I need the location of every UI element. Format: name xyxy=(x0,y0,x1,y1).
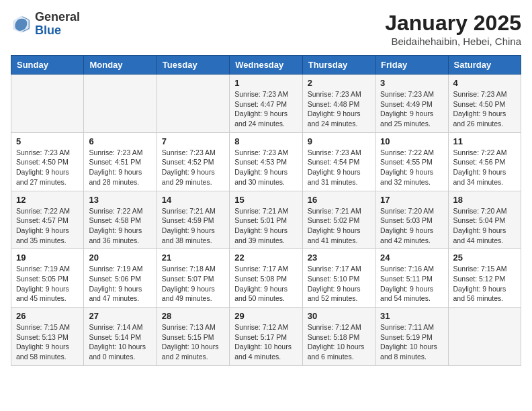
day-number: 10 xyxy=(380,136,443,146)
week-row-2: 5Sunrise: 7:23 AM Sunset: 4:50 PM Daylig… xyxy=(11,132,521,191)
calendar-cell: 14Sunrise: 7:21 AM Sunset: 4:59 PM Dayli… xyxy=(157,191,229,249)
calendar-cell: 16Sunrise: 7:21 AM Sunset: 5:02 PM Dayli… xyxy=(302,191,375,249)
day-number: 3 xyxy=(380,78,443,88)
weekday-header-sunday: Sunday xyxy=(11,56,84,75)
day-info: Sunrise: 7:19 AM Sunset: 5:06 PM Dayligh… xyxy=(89,264,151,304)
calendar-cell: 20Sunrise: 7:19 AM Sunset: 5:06 PM Dayli… xyxy=(84,249,157,308)
day-info: Sunrise: 7:21 AM Sunset: 5:02 PM Dayligh… xyxy=(308,206,370,246)
calendar-cell: 28Sunrise: 7:13 AM Sunset: 5:15 PM Dayli… xyxy=(157,308,229,366)
calendar-cell: 18Sunrise: 7:20 AM Sunset: 5:04 PM Dayli… xyxy=(448,191,521,249)
day-number: 21 xyxy=(162,253,224,263)
day-info: Sunrise: 7:23 AM Sunset: 4:54 PM Dayligh… xyxy=(308,148,370,187)
day-number: 5 xyxy=(16,136,79,146)
calendar-cell: 25Sunrise: 7:15 AM Sunset: 5:12 PM Dayli… xyxy=(448,249,521,308)
day-info: Sunrise: 7:23 AM Sunset: 4:51 PM Dayligh… xyxy=(89,148,151,187)
day-number: 26 xyxy=(16,311,79,321)
calendar-cell: 21Sunrise: 7:18 AM Sunset: 5:07 PM Dayli… xyxy=(157,249,229,308)
day-info: Sunrise: 7:15 AM Sunset: 5:12 PM Dayligh… xyxy=(453,264,516,304)
day-number: 4 xyxy=(453,78,516,88)
calendar-cell xyxy=(11,75,84,133)
day-number: 1 xyxy=(234,78,297,88)
calendar-cell: 26Sunrise: 7:15 AM Sunset: 5:13 PM Dayli… xyxy=(11,308,84,366)
calendar-cell xyxy=(84,75,157,133)
day-info: Sunrise: 7:23 AM Sunset: 4:50 PM Dayligh… xyxy=(16,148,79,187)
day-number: 16 xyxy=(308,195,370,205)
week-row-5: 26Sunrise: 7:15 AM Sunset: 5:13 PM Dayli… xyxy=(11,308,521,366)
location: Beidaihehaibin, Hebei, China xyxy=(385,36,521,47)
day-info: Sunrise: 7:18 AM Sunset: 5:07 PM Dayligh… xyxy=(162,264,224,304)
day-info: Sunrise: 7:19 AM Sunset: 5:05 PM Dayligh… xyxy=(16,264,79,304)
day-info: Sunrise: 7:23 AM Sunset: 4:50 PM Dayligh… xyxy=(453,89,516,129)
calendar-cell: 31Sunrise: 7:11 AM Sunset: 5:19 PM Dayli… xyxy=(375,308,448,366)
calendar-cell: 27Sunrise: 7:14 AM Sunset: 5:14 PM Dayli… xyxy=(84,308,157,366)
weekday-header-saturday: Saturday xyxy=(448,56,521,75)
day-info: Sunrise: 7:23 AM Sunset: 4:52 PM Dayligh… xyxy=(162,148,224,187)
day-info: Sunrise: 7:11 AM Sunset: 5:19 PM Dayligh… xyxy=(380,322,443,362)
calendar-cell: 17Sunrise: 7:20 AM Sunset: 5:03 PM Dayli… xyxy=(375,191,448,249)
title-block: January 2025 Beidaihehaibin, Hebei, Chin… xyxy=(385,11,521,47)
weekday-header-row: SundayMondayTuesdayWednesdayThursdayFrid… xyxy=(11,56,521,75)
day-info: Sunrise: 7:23 AM Sunset: 4:49 PM Dayligh… xyxy=(380,89,443,129)
calendar-cell: 2Sunrise: 7:23 AM Sunset: 4:48 PM Daylig… xyxy=(302,75,375,133)
calendar-cell: 11Sunrise: 7:22 AM Sunset: 4:56 PM Dayli… xyxy=(448,132,521,191)
day-info: Sunrise: 7:17 AM Sunset: 5:10 PM Dayligh… xyxy=(308,264,370,304)
day-info: Sunrise: 7:21 AM Sunset: 4:59 PM Dayligh… xyxy=(162,206,224,246)
day-number: 19 xyxy=(16,253,79,263)
calendar-cell: 10Sunrise: 7:22 AM Sunset: 4:55 PM Dayli… xyxy=(375,132,448,191)
calendar-cell: 22Sunrise: 7:17 AM Sunset: 5:08 PM Dayli… xyxy=(230,249,302,308)
weekday-header-friday: Friday xyxy=(375,56,448,75)
calendar-cell: 15Sunrise: 7:21 AM Sunset: 5:01 PM Dayli… xyxy=(230,191,302,249)
day-number: 8 xyxy=(234,136,297,146)
day-info: Sunrise: 7:22 AM Sunset: 4:58 PM Dayligh… xyxy=(89,206,151,246)
calendar-cell: 13Sunrise: 7:22 AM Sunset: 4:58 PM Dayli… xyxy=(84,191,157,249)
day-info: Sunrise: 7:14 AM Sunset: 5:14 PM Dayligh… xyxy=(89,322,151,362)
day-info: Sunrise: 7:20 AM Sunset: 5:03 PM Dayligh… xyxy=(380,206,443,246)
calendar-cell: 5Sunrise: 7:23 AM Sunset: 4:50 PM Daylig… xyxy=(11,132,84,191)
day-number: 12 xyxy=(16,195,79,205)
calendar-cell: 9Sunrise: 7:23 AM Sunset: 4:54 PM Daylig… xyxy=(302,132,375,191)
day-info: Sunrise: 7:22 AM Sunset: 4:56 PM Dayligh… xyxy=(453,148,516,187)
calendar-cell: 8Sunrise: 7:23 AM Sunset: 4:53 PM Daylig… xyxy=(230,132,302,191)
day-info: Sunrise: 7:23 AM Sunset: 4:47 PM Dayligh… xyxy=(234,89,297,129)
day-info: Sunrise: 7:23 AM Sunset: 4:48 PM Dayligh… xyxy=(308,89,370,129)
calendar-cell: 6Sunrise: 7:23 AM Sunset: 4:51 PM Daylig… xyxy=(84,132,157,191)
logo-icon xyxy=(11,13,32,35)
day-number: 29 xyxy=(234,311,297,321)
day-number: 28 xyxy=(162,311,224,321)
day-info: Sunrise: 7:22 AM Sunset: 4:57 PM Dayligh… xyxy=(16,206,79,246)
day-number: 17 xyxy=(380,195,443,205)
week-row-3: 12Sunrise: 7:22 AM Sunset: 4:57 PM Dayli… xyxy=(11,191,521,249)
weekday-header-tuesday: Tuesday xyxy=(157,56,229,75)
day-number: 15 xyxy=(234,195,297,205)
week-row-4: 19Sunrise: 7:19 AM Sunset: 5:05 PM Dayli… xyxy=(11,249,521,308)
logo-text: General Blue xyxy=(35,11,80,38)
weekday-header-wednesday: Wednesday xyxy=(230,56,302,75)
calendar-cell: 7Sunrise: 7:23 AM Sunset: 4:52 PM Daylig… xyxy=(157,132,229,191)
day-info: Sunrise: 7:16 AM Sunset: 5:11 PM Dayligh… xyxy=(380,264,443,304)
calendar-table: SundayMondayTuesdayWednesdayThursdayFrid… xyxy=(11,55,521,366)
day-number: 14 xyxy=(162,195,224,205)
day-number: 6 xyxy=(89,136,151,146)
day-number: 9 xyxy=(308,136,370,146)
calendar-cell: 30Sunrise: 7:12 AM Sunset: 5:18 PM Dayli… xyxy=(302,308,375,366)
calendar-cell: 1Sunrise: 7:23 AM Sunset: 4:47 PM Daylig… xyxy=(230,75,302,133)
week-row-1: 1Sunrise: 7:23 AM Sunset: 4:47 PM Daylig… xyxy=(11,75,521,133)
day-number: 20 xyxy=(89,253,151,263)
day-info: Sunrise: 7:12 AM Sunset: 5:18 PM Dayligh… xyxy=(308,322,370,362)
month-title: January 2025 xyxy=(385,11,521,36)
day-info: Sunrise: 7:21 AM Sunset: 5:01 PM Dayligh… xyxy=(234,206,297,246)
calendar-cell: 19Sunrise: 7:19 AM Sunset: 5:05 PM Dayli… xyxy=(11,249,84,308)
calendar-cell: 23Sunrise: 7:17 AM Sunset: 5:10 PM Dayli… xyxy=(302,249,375,308)
day-number: 11 xyxy=(453,136,516,146)
day-number: 13 xyxy=(89,195,151,205)
calendar-cell: 12Sunrise: 7:22 AM Sunset: 4:57 PM Dayli… xyxy=(11,191,84,249)
day-number: 30 xyxy=(308,311,370,321)
day-number: 2 xyxy=(308,78,370,88)
calendar-cell xyxy=(448,308,521,366)
day-number: 22 xyxy=(234,253,297,263)
day-info: Sunrise: 7:17 AM Sunset: 5:08 PM Dayligh… xyxy=(234,264,297,304)
day-info: Sunrise: 7:12 AM Sunset: 5:17 PM Dayligh… xyxy=(234,322,297,362)
day-info: Sunrise: 7:23 AM Sunset: 4:53 PM Dayligh… xyxy=(234,148,297,187)
calendar-cell: 29Sunrise: 7:12 AM Sunset: 5:17 PM Dayli… xyxy=(230,308,302,366)
day-info: Sunrise: 7:13 AM Sunset: 5:15 PM Dayligh… xyxy=(162,322,224,362)
